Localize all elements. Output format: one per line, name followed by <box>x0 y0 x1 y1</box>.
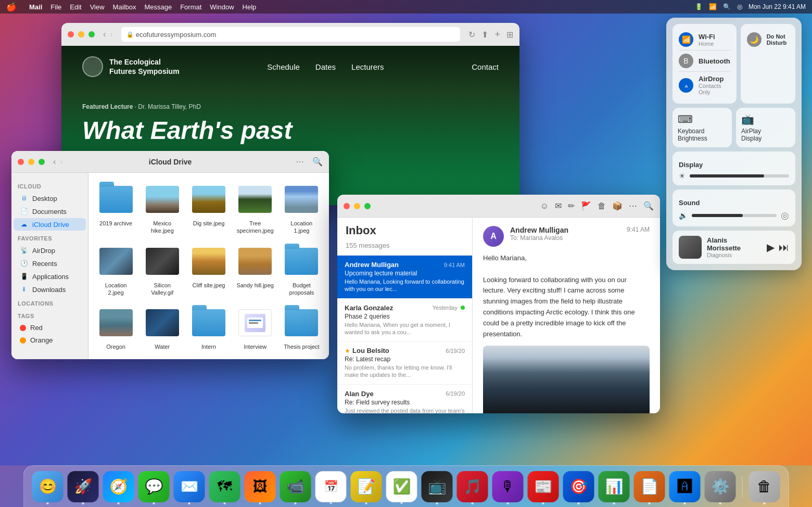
menu-edit[interactable]: Edit <box>70 3 81 11</box>
mail-archive-button[interactable]: 📦 <box>612 201 623 211</box>
browser-add-tab-button[interactable]: + <box>494 29 500 40</box>
finder-item-water[interactable]: Water <box>143 305 181 350</box>
sidebar-item-recents[interactable]: 🕐 Recents <box>14 257 86 270</box>
browser-share-button[interactable]: ⬆ <box>481 30 488 40</box>
menu-help[interactable]: Help <box>243 3 257 11</box>
dock-icon-keynote[interactable]: 🎯 <box>563 471 594 502</box>
cc-airdrop-item[interactable]: ⟁ AirDrop Contacts Only <box>679 71 730 98</box>
mail-search-button[interactable]: 🔍 <box>643 201 654 211</box>
dock-icon-music[interactable]: 🎵 <box>457 471 488 502</box>
menu-window[interactable]: Window <box>210 3 234 11</box>
finder-view-options[interactable]: ⋯ <box>296 157 304 167</box>
menu-format[interactable]: Format <box>180 3 201 11</box>
menu-view[interactable]: View <box>90 3 105 11</box>
finder-item-mexico[interactable]: Mexico hike.jpeg <box>143 181 181 235</box>
nav-schedule[interactable]: Schedule <box>267 62 300 71</box>
finder-item-sandy[interactable]: Sandy hill.jpeg <box>236 243 274 297</box>
dock-icon-reminders[interactable]: ✅ <box>386 471 417 502</box>
finder-item-2019archive[interactable]: 2019 archive <box>97 181 135 235</box>
finder-back-button[interactable]: ‹ <box>53 157 56 167</box>
dock-icon-finder[interactable]: 😊 <box>32 471 64 502</box>
mail-emoji-button[interactable]: ☺ <box>540 201 549 211</box>
dock-icon-pages[interactable]: 📄 <box>634 471 665 502</box>
finder-item-oregon[interactable]: Oregon <box>97 305 135 350</box>
dock-icon-appstore[interactable]: 🅰 <box>669 471 701 502</box>
mail-item-lou[interactable]: ★ Lou Belsito 6/19/20 Re: Latest recap N… <box>337 341 472 385</box>
dock-icon-launchpad[interactable]: 🚀 <box>68 471 99 502</box>
browser-sidebar-button[interactable]: ⊞ <box>506 30 513 40</box>
sidebar-item-desktop[interactable]: 🖥 Desktop <box>14 192 86 205</box>
mail-flag-button[interactable]: 🚩 <box>581 201 591 211</box>
mail-more-button[interactable]: ⋯ <box>629 201 637 211</box>
finder-item-location2[interactable]: Location 2.jpeg <box>97 243 135 297</box>
browser-maximize-button[interactable] <box>88 31 95 37</box>
dock-icon-photos[interactable]: 🖼 <box>245 471 276 502</box>
browser-addressbar[interactable]: 🔒 ecofuturessymposium.com <box>121 27 461 42</box>
finder-item-interview[interactable]: Interview <box>236 305 274 350</box>
menu-file[interactable]: File <box>50 3 61 11</box>
nav-lecturers[interactable]: Lecturers <box>351 62 384 71</box>
dock-icon-system[interactable]: ⚙️ <box>705 471 736 502</box>
mail-trash-button[interactable]: 🗑 <box>598 201 606 211</box>
dock-icon-news[interactable]: 📰 <box>528 471 559 502</box>
finder-item-thesis[interactable]: Thesis project <box>283 305 321 350</box>
cc-keyboard-brightness-btn[interactable]: ⌨ KeyboardBrightness <box>673 108 732 147</box>
browser-reload-button[interactable]: ↻ <box>468 30 475 40</box>
mail-item-alan[interactable]: Alan Dye 6/19/20 Re: Field survey result… <box>337 385 472 413</box>
cc-bluetooth-item[interactable]: B Bluetooth <box>679 50 730 71</box>
nav-dates[interactable]: Dates <box>315 62 336 71</box>
sidebar-item-downloads[interactable]: ⬇ Downloads <box>14 283 86 296</box>
dock-icon-trash[interactable]: 🗑 <box>749 471 780 502</box>
menu-message[interactable]: Message <box>144 3 172 11</box>
finder-item-tree[interactable]: Tree specimen.jpeg <box>236 181 274 235</box>
brightness-slider-track[interactable] <box>690 174 789 178</box>
finder-item-intern[interactable]: Intern <box>189 305 227 350</box>
sidebar-item-documents[interactable]: 📄 Documents <box>14 205 86 218</box>
dock-icon-numbers[interactable]: 📊 <box>599 471 630 502</box>
browser-forward-button[interactable]: › <box>110 30 112 39</box>
search-icon[interactable]: 🔍 <box>723 3 731 10</box>
mail-maximize-button[interactable] <box>364 203 371 209</box>
browser-back-button[interactable]: ‹ <box>103 30 106 39</box>
finder-search-button[interactable]: 🔍 <box>312 157 323 167</box>
sidebar-item-tag-red[interactable]: Red <box>14 322 86 334</box>
finder-item-budget[interactable]: Budget proposals <box>283 243 321 297</box>
dock-icon-notes[interactable]: 📝 <box>351 471 382 502</box>
dock-icon-appletv[interactable]: 📺 <box>422 471 453 502</box>
finder-forward-button[interactable]: › <box>60 157 62 167</box>
mail-edit-button[interactable]: ✏ <box>568 201 575 211</box>
play-button[interactable]: ▶ <box>767 241 775 254</box>
dock-icon-mail[interactable]: ✉️ <box>174 471 205 502</box>
dock-icon-calendar[interactable]: 📅 <box>315 471 347 502</box>
dock-icon-facetime[interactable]: 📹 <box>280 471 311 502</box>
mail-item-karla[interactable]: Karla Gonzalez Yesterday Phase 2 queries… <box>337 299 472 342</box>
menu-mailbox[interactable]: Mailbox <box>113 3 136 11</box>
skip-button[interactable]: ⏭ <box>779 242 789 254</box>
finder-item-location1[interactable]: Location 1.jpeg <box>283 181 321 235</box>
wifi-icon[interactable]: 📶 <box>709 3 717 10</box>
sidebar-item-tag-orange[interactable]: Orange <box>14 334 86 346</box>
siri-icon[interactable]: ◎ <box>737 3 742 10</box>
mail-close-button[interactable] <box>344 203 350 209</box>
sidebar-item-airdrop[interactable]: 📡 AirDrop <box>14 244 86 257</box>
cc-airplay-display-btn[interactable]: 📺 AirPlayDisplay <box>736 108 795 147</box>
apple-menu[interactable]: 🍎 <box>6 2 17 12</box>
sidebar-item-icloud-drive[interactable]: ☁ iCloud Drive <box>14 218 86 231</box>
finder-item-silicon[interactable]: Silicon Valley.gif <box>143 243 181 297</box>
mail-item-andrew[interactable]: Andrew Mulligan 9:41 AM Upcoming lecture… <box>337 256 472 299</box>
finder-maximize-button[interactable] <box>39 159 45 165</box>
dock-icon-maps[interactable]: 🗺 <box>209 471 240 502</box>
finder-item-digsite[interactable]: Dig site.jpeg <box>189 181 227 235</box>
volume-slider-track[interactable] <box>692 214 777 217</box>
mail-compose-button[interactable]: ✉ <box>555 201 562 211</box>
dock-icon-messages[interactable]: 💬 <box>138 471 170 502</box>
browser-minimize-button[interactable] <box>78 31 84 37</box>
finder-close-button[interactable] <box>18 159 24 165</box>
mail-minimize-button[interactable] <box>354 203 360 209</box>
dock-icon-safari[interactable]: 🧭 <box>103 471 134 502</box>
finder-item-cliff[interactable]: Cliff site.jpeg <box>189 243 227 297</box>
app-name[interactable]: Mail <box>29 3 42 11</box>
cc-wifi-item[interactable]: 📶 Wi-Fi Home <box>679 29 730 50</box>
dock-icon-podcasts[interactable]: 🎙 <box>492 471 524 502</box>
site-contact[interactable]: Contact <box>472 62 499 71</box>
